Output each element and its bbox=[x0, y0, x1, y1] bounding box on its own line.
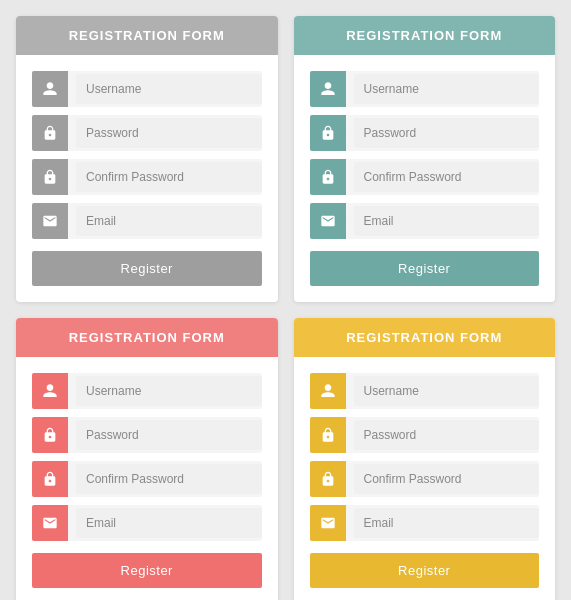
field-label-username[interactable]: Username bbox=[76, 74, 262, 104]
field-row-confirm-password: Confirm Password bbox=[310, 461, 540, 497]
field-row-email: Email bbox=[32, 203, 262, 239]
field-row-username: Username bbox=[310, 71, 540, 107]
user-icon bbox=[310, 373, 346, 409]
forms-grid: REGISTRATION FORMUsernamePasswordConfirm… bbox=[0, 0, 571, 600]
card-body-teal: UsernamePasswordConfirm PasswordEmailReg… bbox=[294, 55, 556, 302]
card-title-red: REGISTRATION FORM bbox=[16, 318, 278, 357]
field-label-email[interactable]: Email bbox=[76, 508, 262, 538]
field-row-email: Email bbox=[310, 203, 540, 239]
register-button-gray[interactable]: Register bbox=[32, 251, 262, 286]
registration-card-gray: REGISTRATION FORMUsernamePasswordConfirm… bbox=[16, 16, 278, 302]
lock-icon bbox=[310, 115, 346, 151]
card-title-teal: REGISTRATION FORM bbox=[294, 16, 556, 55]
card-title-gray: REGISTRATION FORM bbox=[16, 16, 278, 55]
card-body-gray: UsernamePasswordConfirm PasswordEmailReg… bbox=[16, 55, 278, 302]
field-label-username[interactable]: Username bbox=[354, 74, 540, 104]
registration-card-red: REGISTRATION FORMUsernamePasswordConfirm… bbox=[16, 318, 278, 600]
field-label-confirm-password[interactable]: Confirm Password bbox=[76, 162, 262, 192]
user-icon bbox=[310, 71, 346, 107]
field-row-confirm-password: Confirm Password bbox=[32, 461, 262, 497]
field-label-password[interactable]: Password bbox=[354, 420, 540, 450]
email-icon bbox=[310, 203, 346, 239]
lock-icon bbox=[310, 417, 346, 453]
user-icon bbox=[32, 373, 68, 409]
card-body-yellow: UsernamePasswordConfirm PasswordEmailReg… bbox=[294, 357, 556, 600]
register-button-teal[interactable]: Register bbox=[310, 251, 540, 286]
card-title-yellow: REGISTRATION FORM bbox=[294, 318, 556, 357]
field-row-password: Password bbox=[310, 417, 540, 453]
lock-icon bbox=[310, 461, 346, 497]
field-label-confirm-password[interactable]: Confirm Password bbox=[76, 464, 262, 494]
field-row-password: Password bbox=[32, 115, 262, 151]
field-label-password[interactable]: Password bbox=[354, 118, 540, 148]
card-body-red: UsernamePasswordConfirm PasswordEmailReg… bbox=[16, 357, 278, 600]
email-icon bbox=[32, 203, 68, 239]
lock-icon bbox=[32, 159, 68, 195]
field-row-email: Email bbox=[310, 505, 540, 541]
field-label-username[interactable]: Username bbox=[354, 376, 540, 406]
registration-card-teal: REGISTRATION FORMUsernamePasswordConfirm… bbox=[294, 16, 556, 302]
field-row-username: Username bbox=[32, 71, 262, 107]
field-row-username: Username bbox=[310, 373, 540, 409]
lock-icon bbox=[32, 115, 68, 151]
register-button-red[interactable]: Register bbox=[32, 553, 262, 588]
field-label-confirm-password[interactable]: Confirm Password bbox=[354, 464, 540, 494]
field-label-username[interactable]: Username bbox=[76, 376, 262, 406]
user-icon bbox=[32, 71, 68, 107]
field-label-email[interactable]: Email bbox=[76, 206, 262, 236]
field-label-confirm-password[interactable]: Confirm Password bbox=[354, 162, 540, 192]
field-row-password: Password bbox=[310, 115, 540, 151]
field-label-password[interactable]: Password bbox=[76, 420, 262, 450]
lock-icon bbox=[310, 159, 346, 195]
register-button-yellow[interactable]: Register bbox=[310, 553, 540, 588]
field-label-email[interactable]: Email bbox=[354, 508, 540, 538]
field-row-confirm-password: Confirm Password bbox=[32, 159, 262, 195]
email-icon bbox=[310, 505, 346, 541]
field-row-username: Username bbox=[32, 373, 262, 409]
field-label-password[interactable]: Password bbox=[76, 118, 262, 148]
field-label-email[interactable]: Email bbox=[354, 206, 540, 236]
registration-card-yellow: REGISTRATION FORMUsernamePasswordConfirm… bbox=[294, 318, 556, 600]
field-row-password: Password bbox=[32, 417, 262, 453]
field-row-email: Email bbox=[32, 505, 262, 541]
field-row-confirm-password: Confirm Password bbox=[310, 159, 540, 195]
lock-icon bbox=[32, 417, 68, 453]
email-icon bbox=[32, 505, 68, 541]
lock-icon bbox=[32, 461, 68, 497]
